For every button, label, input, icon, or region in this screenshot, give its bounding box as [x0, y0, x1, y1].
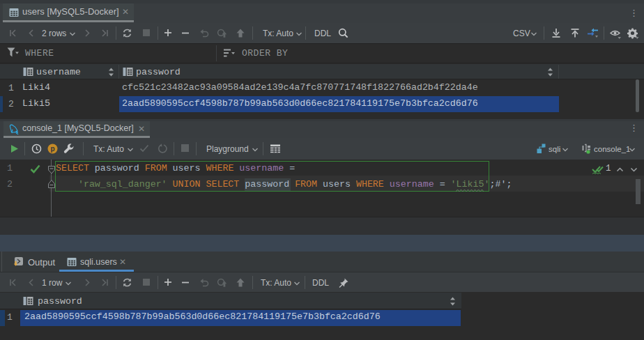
- svg-text:p: p: [50, 145, 54, 153]
